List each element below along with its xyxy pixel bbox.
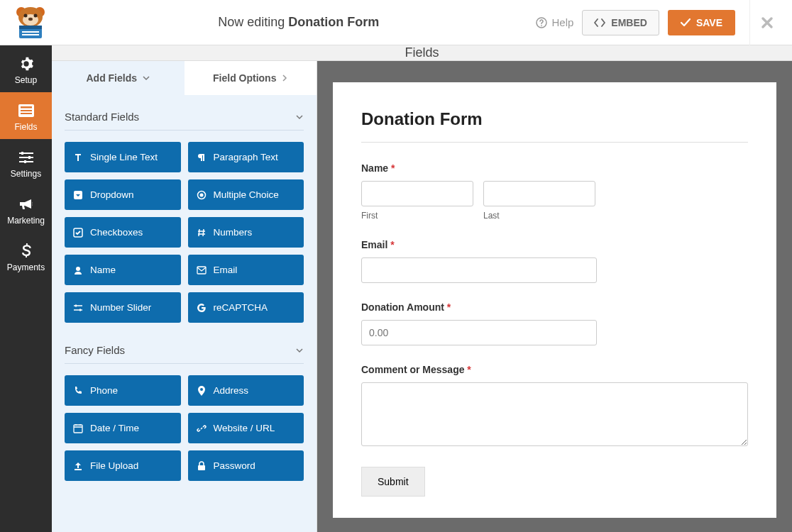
field-recaptcha[interactable]: reCAPTCHA (188, 292, 304, 323)
help-icon (536, 17, 547, 28)
sublabel-last: Last (483, 211, 595, 221)
radio-icon (197, 190, 207, 200)
upload-icon (73, 461, 83, 471)
paragraph-icon (197, 153, 207, 162)
svg-rect-14 (21, 110, 32, 111)
form-name: Donation Form (288, 15, 379, 29)
svg-rect-17 (28, 156, 31, 159)
submit-button[interactable]: Submit (361, 467, 425, 497)
header-title: Now editing Donation Form (61, 15, 536, 30)
preview-area: Donation Form Name * First Last (317, 61, 792, 532)
label-email: Email * (361, 239, 748, 250)
dollar-icon (3, 243, 49, 260)
form-icon (3, 102, 49, 119)
sidebar-label: Fields (14, 122, 37, 132)
app-logo (0, 6, 61, 40)
tab-field-options[interactable]: Field Options (185, 61, 317, 95)
help-label: Help (551, 16, 573, 28)
embed-button[interactable]: EMBED (582, 10, 659, 35)
close-icon (761, 16, 774, 29)
section-title: Fancy Fields (65, 344, 125, 356)
field-website-url[interactable]: Website / URL (188, 413, 304, 443)
section-title: Standard Fields (65, 111, 139, 123)
sidebar-item-setup[interactable]: Setup (0, 45, 52, 92)
label-name: Name * (361, 162, 748, 174)
form-field-comment[interactable]: Comment or Message * (361, 364, 748, 448)
chevron-right-icon (282, 74, 287, 82)
sidebar-label: Setup (15, 75, 37, 85)
tab-label: Add Fields (86, 72, 137, 84)
text-icon (73, 153, 83, 162)
sidebar-item-payments[interactable]: Payments (0, 233, 52, 279)
chevron-down-icon (143, 74, 150, 82)
section-standard-fields[interactable]: Standard Fields (65, 108, 304, 131)
tab-label: Field Options (213, 72, 276, 84)
sublabel-first: First (361, 211, 473, 221)
svg-rect-9 (22, 31, 39, 33)
svg-rect-8 (19, 26, 42, 29)
field-address[interactable]: Address (188, 375, 304, 406)
field-numbers[interactable]: Numbers (188, 217, 304, 248)
google-icon (197, 303, 207, 313)
sidebar-item-settings[interactable]: Settings (0, 139, 52, 186)
code-icon (594, 18, 605, 27)
envelope-icon (197, 266, 207, 275)
svg-rect-24 (197, 267, 206, 274)
svg-rect-16 (21, 152, 23, 155)
chevron-down-icon (295, 347, 304, 354)
editing-prefix: Now editing (218, 15, 288, 29)
field-number-slider[interactable]: Number Slider (65, 292, 181, 323)
label-comment: Comment or Message * (361, 364, 748, 375)
svg-rect-25 (75, 304, 77, 306)
svg-point-5 (34, 13, 38, 17)
input-email[interactable] (361, 257, 597, 283)
check-square-icon (73, 228, 83, 238)
field-multiple-choice[interactable]: Multiple Choice (188, 179, 304, 210)
primary-nav: Setup Fields Settings Marketing Payments (0, 45, 52, 532)
input-amount[interactable] (361, 320, 597, 345)
lock-icon (197, 461, 207, 471)
sidebar-label: Payments (7, 262, 45, 272)
field-name[interactable]: Name (65, 255, 181, 285)
link-icon (197, 423, 207, 433)
caret-square-icon (73, 190, 83, 200)
help-link[interactable]: Help (536, 16, 573, 28)
field-single-line-text[interactable]: Single Line Text (65, 142, 181, 172)
tab-add-fields[interactable]: Add Fields (52, 61, 185, 95)
svg-rect-15 (21, 113, 32, 114)
field-dropdown[interactable]: Dropdown (65, 179, 181, 210)
gear-icon (3, 55, 49, 72)
sidebar-label: Marketing (7, 216, 45, 226)
sidebar-item-marketing[interactable]: Marketing (0, 186, 52, 233)
field-paragraph-text[interactable]: Paragraph Text (188, 142, 304, 172)
save-label: SAVE (696, 17, 722, 28)
sliders-icon (3, 149, 49, 166)
input-last-name[interactable] (483, 181, 595, 206)
form-field-email[interactable]: Email * (361, 239, 748, 283)
form-field-amount[interactable]: Donation Amount * (361, 301, 748, 345)
input-comment[interactable] (361, 382, 748, 446)
close-button[interactable] (749, 0, 783, 45)
input-first-name[interactable] (361, 181, 473, 206)
svg-rect-26 (79, 309, 81, 311)
field-email[interactable]: Email (188, 255, 304, 285)
field-phone[interactable]: Phone (65, 375, 181, 406)
check-icon (681, 18, 691, 27)
sliders-icon (73, 304, 83, 312)
section-fancy-fields[interactable]: Fancy Fields (65, 341, 304, 364)
field-password[interactable]: Password (188, 450, 304, 481)
sidebar-item-fields[interactable]: Fields (0, 92, 52, 139)
field-file-upload[interactable]: File Upload (65, 450, 181, 481)
sidebar-label: Settings (11, 169, 41, 179)
field-checkboxes[interactable]: Checkboxes (65, 217, 181, 248)
save-button[interactable]: SAVE (668, 10, 735, 35)
field-date-time[interactable]: Date / Time (65, 413, 181, 443)
svg-rect-28 (198, 465, 205, 470)
svg-point-21 (199, 193, 203, 196)
form-field-name[interactable]: Name * First Last (361, 162, 748, 221)
bullhorn-icon (3, 196, 49, 213)
hash-icon (197, 228, 207, 238)
svg-point-6 (28, 17, 33, 20)
calendar-icon (73, 423, 83, 433)
embed-label: EMBED (611, 17, 647, 28)
